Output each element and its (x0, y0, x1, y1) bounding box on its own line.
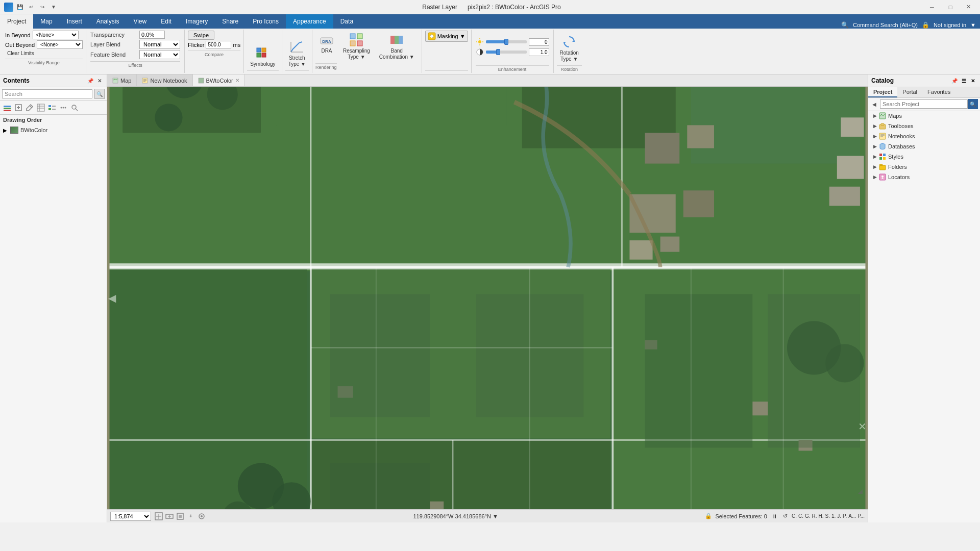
transparency-input[interactable] (139, 31, 165, 39)
catalog-tab-project[interactable]: Project (868, 87, 897, 97)
catalog-item-folders[interactable]: ▶ Folders (868, 162, 980, 172)
refresh-btn[interactable]: ↺ (781, 512, 790, 521)
zoom-extent-btn[interactable] (176, 512, 185, 521)
catalog-back-btn[interactable]: ◀ (870, 100, 878, 108)
contrast-input[interactable] (529, 48, 549, 56)
layer-toggle[interactable]: ▶ (3, 128, 8, 133)
catalog-pin-btn[interactable]: 📌 (950, 77, 959, 85)
folders-expand-arrow[interactable]: ▶ (873, 164, 877, 169)
coordinates-dropdown[interactable]: ▼ (493, 513, 498, 519)
shortcuts-j[interactable]: J. (837, 513, 841, 519)
band-combination-btn[interactable]: BandCombination ▼ (375, 31, 419, 62)
save-quick-btn[interactable]: 💾 (15, 3, 24, 12)
map-nav-right[interactable]: ✕ (858, 420, 867, 433)
tab-map[interactable]: Map (107, 74, 137, 86)
shortcuts-ae[interactable]: A... (848, 513, 856, 519)
brightness-input[interactable] (529, 38, 549, 46)
list-item[interactable]: ▶ BWtoColor (0, 125, 107, 135)
styles-expand-arrow[interactable]: ▶ (873, 154, 877, 159)
tab-imagery[interactable]: Imagery (179, 14, 215, 29)
layer-blend-select[interactable]: Normal (139, 40, 180, 49)
search-input[interactable] (2, 89, 92, 98)
shortcuts-r[interactable]: R. (812, 513, 817, 519)
brightness-slider[interactable] (486, 40, 527, 43)
minimize-btn[interactable]: ─ (925, 3, 939, 12)
swipe-btn[interactable]: Swipe (188, 31, 214, 40)
catalog-settings-btn[interactable]: ☰ (960, 77, 968, 85)
tab-map[interactable]: Map (33, 14, 59, 29)
locators-expand-arrow[interactable]: ▶ (873, 174, 877, 180)
shortcuts-g[interactable]: G. (805, 513, 811, 519)
clear-limits-btn[interactable]: Clear Limits (5, 50, 83, 57)
pause-btn[interactable]: ⏸ (770, 512, 779, 521)
feature-blend-select[interactable]: Normal (139, 50, 180, 59)
shortcuts-c2[interactable]: C. (798, 513, 803, 519)
catalog-search-btn[interactable]: 🔍 (968, 99, 978, 109)
stretch-type-btn[interactable]: StretchType ▼ (285, 31, 309, 69)
contents-close-btn[interactable]: ✕ (95, 77, 104, 85)
flicker-input[interactable] (206, 41, 231, 48)
tab-share[interactable]: Share (215, 14, 246, 29)
scale-select[interactable]: 1:5,874 (110, 512, 151, 521)
catalog-item-maps[interactable]: ▶ Maps (868, 111, 980, 121)
zoom-in-btn[interactable] (165, 512, 174, 521)
tab-data[interactable]: Data (333, 14, 360, 29)
aerial-map[interactable]: ◀ ✕ (107, 87, 868, 509)
masking-btn[interactable]: Masking ▼ (425, 31, 468, 42)
catalog-item-notebooks[interactable]: ▶ Notebooks (868, 131, 980, 141)
tab-insert[interactable]: Insert (60, 14, 89, 29)
table-btn[interactable] (36, 103, 46, 113)
maximize-btn[interactable]: □ (943, 3, 958, 12)
tab-project[interactable]: Project (0, 14, 33, 29)
catalog-item-locators[interactable]: ▶ Locators (868, 172, 980, 182)
catalog-search-input[interactable] (880, 99, 968, 109)
tab-analysis[interactable]: Analysis (89, 14, 127, 29)
search-btn[interactable]: 🔍 (94, 89, 105, 99)
resampling-btn[interactable]: ResamplingType ▼ (340, 31, 373, 62)
shortcuts-c[interactable]: C. (792, 513, 797, 519)
more-quick-btn[interactable]: ▼ (49, 3, 58, 12)
zoom-plus-btn[interactable]: + (186, 512, 195, 521)
tab-pro-icons[interactable]: Pro Icons (246, 14, 286, 29)
more-btn[interactable] (58, 103, 68, 113)
in-beyond-select[interactable]: <None> (33, 31, 79, 39)
map-nav-left[interactable]: ◀ (108, 292, 116, 304)
dra-btn[interactable]: DRA DRA (315, 31, 338, 56)
catalog-item-databases[interactable]: ▶ Databases (868, 141, 980, 152)
add-group-btn[interactable] (13, 103, 23, 113)
add-layer-btn[interactable] (2, 103, 12, 113)
tab-new-notebook[interactable]: New Notebook (137, 74, 192, 86)
shortcuts-p2[interactable]: P... (857, 513, 865, 519)
close-btn[interactable]: ✕ (962, 3, 976, 12)
tab-view[interactable]: View (126, 14, 154, 29)
databases-expand-arrow[interactable]: ▶ (873, 144, 877, 149)
tab-edit[interactable]: Edit (154, 14, 179, 29)
catalog-tab-portal[interactable]: Portal (897, 87, 922, 97)
zoom-center-btn[interactable] (197, 512, 206, 521)
shortcuts-h[interactable]: H. (819, 513, 824, 519)
shortcuts-p[interactable]: P. (843, 513, 847, 519)
brightness-thumb[interactable] (504, 39, 508, 45)
symbology-btn[interactable]: Symbology (247, 31, 278, 69)
zoom-btn[interactable] (69, 103, 80, 113)
contrast-slider[interactable] (486, 51, 527, 54)
rotation-btn[interactable]: RotationType ▼ (557, 31, 582, 64)
maps-expand-arrow[interactable]: ▶ (873, 113, 877, 118)
user-dropdown[interactable]: ▼ (970, 22, 976, 28)
catalog-item-styles[interactable]: ▶ Styles (868, 152, 980, 162)
catalog-close-btn[interactable]: ✕ (969, 77, 977, 85)
zoom-full-btn[interactable] (154, 512, 163, 521)
legend-btn[interactable] (47, 103, 57, 113)
catalog-item-toolboxes[interactable]: ▶ Toolboxes (868, 121, 980, 131)
map-content[interactable]: ◀ ✕ (107, 87, 868, 509)
out-beyond-select[interactable]: <None> (37, 40, 83, 49)
tab-bwtocolor[interactable]: BWtoColor ✕ (193, 74, 245, 86)
contrast-thumb[interactable] (496, 49, 500, 55)
notebooks-expand-arrow[interactable]: ▶ (873, 134, 877, 139)
tab-close-btn[interactable]: ✕ (235, 78, 239, 83)
toolboxes-expand-arrow[interactable]: ▶ (873, 123, 877, 129)
contents-pin-btn[interactable]: 📌 (86, 77, 94, 85)
tab-appearance[interactable]: Appearance (286, 14, 333, 29)
undo-quick-btn[interactable]: ↩ (27, 3, 36, 12)
shortcuts-1[interactable]: 1. (831, 513, 836, 519)
